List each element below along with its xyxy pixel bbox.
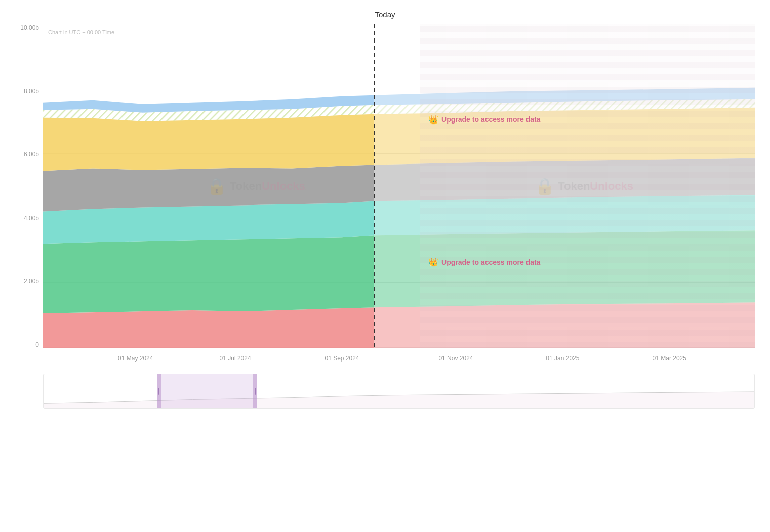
area-series-b — [43, 235, 374, 313]
locked-overlay — [420, 24, 755, 348]
upgrade-text-top: Upgrade to access more data — [441, 115, 540, 124]
mini-chart-svg — [44, 374, 754, 408]
today-label: Today — [375, 10, 395, 19]
range-handle-right[interactable] — [253, 374, 257, 408]
x-axis: 01 May 2024 01 Jul 2024 01 Sep 2024 01 N… — [43, 351, 755, 366]
mini-chart — [43, 374, 755, 409]
range-handle-left[interactable] — [157, 374, 161, 408]
upgrade-text-bottom: Upgrade to access more data — [441, 258, 540, 266]
today-line — [374, 24, 375, 348]
handle-line — [160, 388, 161, 395]
x-label-jul: 01 Jul 2024 — [220, 355, 251, 362]
area-community-reserve — [43, 114, 374, 171]
x-label-mar: 01 Mar 2025 — [653, 355, 686, 362]
chart-inner: Chart in UTC + 00:00 Time — [43, 24, 755, 348]
range-selector[interactable] — [157, 374, 257, 408]
chart-container: Today 0 2.00b 4.00b 6.00b 8.00b 10.00b C — [0, 0, 770, 532]
x-label-jan: 01 Jan 2025 — [546, 355, 579, 362]
chart-area: 0 2.00b 4.00b 6.00b 8.00b 10.00b Chart i… — [15, 24, 755, 369]
handle-lines-right — [254, 388, 256, 395]
x-label-may: 01 May 2024 — [118, 355, 153, 362]
mini-area — [44, 392, 754, 408]
upgrade-badge-bottom[interactable]: 👑 Upgrade to access more data — [428, 257, 540, 267]
y-label-6: 6.00b — [15, 151, 43, 158]
handle-line — [254, 388, 255, 395]
y-label-10: 10.00b — [15, 24, 43, 31]
y-axis: 0 2.00b 4.00b 6.00b 8.00b 10.00b — [15, 24, 43, 348]
x-label-sep: 01 Sep 2024 — [325, 355, 359, 362]
x-label-nov: 01 Nov 2024 — [438, 355, 473, 362]
y-label-8: 8.00b — [15, 88, 43, 95]
handle-line — [158, 388, 159, 395]
crown-icon-bottom: 👑 — [428, 257, 438, 267]
crown-icon-top: 👑 — [428, 115, 438, 125]
y-label-0: 0 — [15, 341, 43, 348]
area-cap — [43, 307, 374, 348]
y-label-2: 2.00b — [15, 278, 43, 285]
handle-lines-left — [158, 388, 160, 395]
handle-line — [255, 388, 256, 395]
y-label-4: 4.00b — [15, 215, 43, 222]
today-title-row: Today — [15, 10, 755, 19]
upgrade-badge-top[interactable]: 👑 Upgrade to access more data — [428, 115, 540, 125]
